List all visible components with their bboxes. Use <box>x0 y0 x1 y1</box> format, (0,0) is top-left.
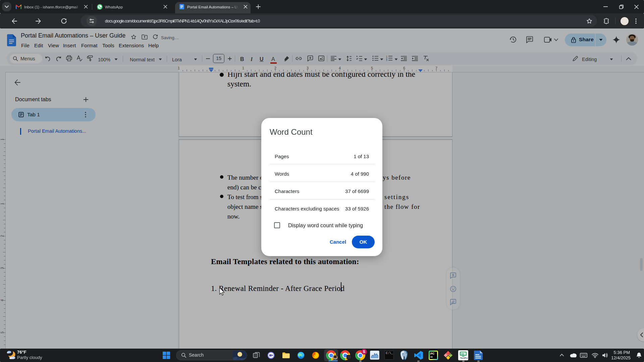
svg-text:GO: GO <box>461 353 464 355</box>
